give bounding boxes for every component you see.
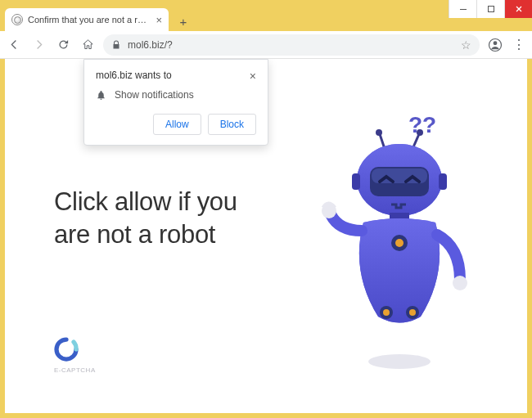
tab-close-button[interactable]: × <box>156 14 162 26</box>
svg-rect-0 <box>460 9 467 10</box>
kebab-menu-button[interactable]: ⋮ <box>511 37 527 52</box>
captcha-badge: E-CAPTCHA <box>54 337 96 374</box>
home-button[interactable] <box>79 36 97 54</box>
svg-rect-12 <box>352 173 360 190</box>
minimize-button[interactable] <box>449 0 476 18</box>
browser-window: Confirm that you are not a robot × + mol… <box>0 0 532 418</box>
permission-origin-text: mol6.biz wants to <box>96 70 172 81</box>
lock-icon <box>111 40 121 50</box>
robot-illustration: ?? <box>314 108 486 378</box>
permission-request-text: Show notifications <box>115 89 194 101</box>
svg-point-3 <box>494 41 498 45</box>
svg-point-7 <box>417 129 423 136</box>
bell-icon <box>96 90 106 101</box>
url-text: mol6.biz/? <box>128 39 454 51</box>
browser-tab[interactable]: Confirm that you are not a robot × <box>5 8 169 31</box>
bookmark-star-icon[interactable]: ☆ <box>461 38 471 52</box>
tab-title: Confirm that you are not a robot <box>28 15 151 25</box>
svg-rect-13 <box>439 173 447 190</box>
new-tab-button[interactable]: + <box>174 11 193 31</box>
svg-point-18 <box>383 309 390 316</box>
svg-point-22 <box>453 276 467 290</box>
maximize-button[interactable] <box>476 0 504 18</box>
reload-button[interactable] <box>54 36 72 54</box>
back-button[interactable] <box>5 36 23 54</box>
window-close-button[interactable] <box>504 0 532 18</box>
svg-point-5 <box>376 129 382 136</box>
captcha-brand-label: E-CAPTCHA <box>54 366 96 374</box>
svg-point-23 <box>368 354 431 369</box>
page-headline: Click allow if you are not a robot <box>54 186 267 250</box>
page-viewport: Click allow if you are not a robot E-CAP… <box>5 59 527 413</box>
allow-button[interactable]: Allow <box>153 114 201 135</box>
address-bar[interactable]: mol6.biz/? ☆ <box>103 34 480 56</box>
globe-icon <box>11 14 23 25</box>
block-button[interactable]: Block <box>208 114 256 135</box>
svg-rect-1 <box>488 7 494 12</box>
forward-button[interactable] <box>29 36 47 54</box>
toolbar: mol6.biz/? ☆ ⋮ <box>0 31 532 59</box>
popup-close-button[interactable]: × <box>250 70 256 83</box>
profile-button[interactable] <box>486 36 504 54</box>
svg-point-16 <box>395 239 404 247</box>
notification-permission-popup: mol6.biz wants to × Show notifications A… <box>83 59 268 146</box>
window-controls <box>449 0 532 18</box>
captcha-logo-icon <box>54 337 79 362</box>
svg-point-20 <box>409 309 416 316</box>
